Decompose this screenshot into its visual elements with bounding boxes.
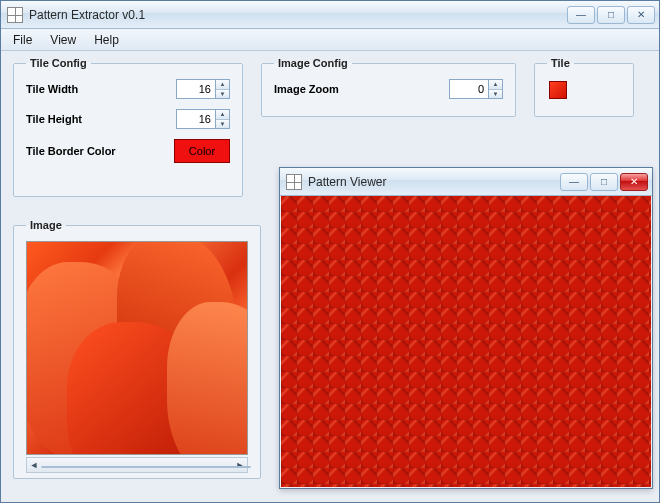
tile-preview-group: Tile [534, 57, 634, 117]
chevron-down-icon[interactable]: ▼ [216, 120, 229, 129]
image-view[interactable] [26, 241, 248, 455]
chevron-up-icon[interactable]: ▲ [216, 80, 229, 90]
main-titlebar[interactable]: Pattern Extractor v0.1 — □ ✕ [1, 1, 659, 29]
image-config-legend: Image Config [274, 57, 352, 69]
scroll-left-icon[interactable]: ◄ [27, 458, 41, 472]
image-hscrollbar[interactable]: ◄ ► [26, 457, 248, 473]
viewer-title: Pattern Viewer [308, 175, 560, 189]
minimize-button[interactable]: — [560, 173, 588, 191]
scroll-right-icon[interactable]: ► [233, 458, 247, 472]
close-button[interactable]: ✕ [620, 173, 648, 191]
image-config-group: Image Config Image Zoom ▲ ▼ [261, 57, 516, 117]
image-group: Image ◄ ► [13, 219, 261, 479]
tile-config-group: Tile Config Tile Width ▲ ▼ Tile Height ▲ [13, 57, 243, 197]
tile-border-color-label: Tile Border Color [26, 145, 174, 157]
app-icon [286, 174, 302, 190]
color-button[interactable]: Color [174, 139, 230, 163]
image-legend: Image [26, 219, 66, 231]
scroll-thumb[interactable] [41, 466, 251, 468]
tile-height-input[interactable] [176, 109, 216, 129]
maximize-button[interactable]: □ [590, 173, 618, 191]
menubar: File View Help [1, 29, 659, 51]
viewer-window-controls: — □ ✕ [560, 173, 648, 191]
minimize-button[interactable]: — [567, 6, 595, 24]
chevron-down-icon[interactable]: ▼ [489, 90, 502, 99]
image-zoom-label: Image Zoom [274, 83, 449, 95]
tile-preview-swatch [549, 81, 567, 99]
tile-config-legend: Tile Config [26, 57, 91, 69]
menu-help[interactable]: Help [86, 30, 127, 50]
menu-file[interactable]: File [5, 30, 40, 50]
chevron-down-icon[interactable]: ▼ [216, 90, 229, 99]
tile-width-label: Tile Width [26, 83, 176, 95]
main-window-controls: — □ ✕ [567, 6, 655, 24]
tile-height-label: Tile Height [26, 113, 176, 125]
menu-view[interactable]: View [42, 30, 84, 50]
app-title: Pattern Extractor v0.1 [29, 8, 567, 22]
image-zoom-input[interactable] [449, 79, 489, 99]
close-button[interactable]: ✕ [627, 6, 655, 24]
chevron-up-icon[interactable]: ▲ [216, 110, 229, 120]
tile-preview-legend: Tile [547, 57, 574, 69]
tile-width-spinner[interactable]: ▲ ▼ [216, 79, 230, 99]
image-zoom-spinner[interactable]: ▲ ▼ [489, 79, 503, 99]
maximize-button[interactable]: □ [597, 6, 625, 24]
tile-width-input[interactable] [176, 79, 216, 99]
chevron-up-icon[interactable]: ▲ [489, 80, 502, 90]
tile-height-spinner[interactable]: ▲ ▼ [216, 109, 230, 129]
app-icon [7, 7, 23, 23]
viewer-titlebar[interactable]: Pattern Viewer — □ ✕ [280, 168, 652, 196]
pattern-viewer-window: Pattern Viewer — □ ✕ [279, 167, 653, 489]
pattern-viewer-canvas[interactable] [281, 196, 651, 487]
